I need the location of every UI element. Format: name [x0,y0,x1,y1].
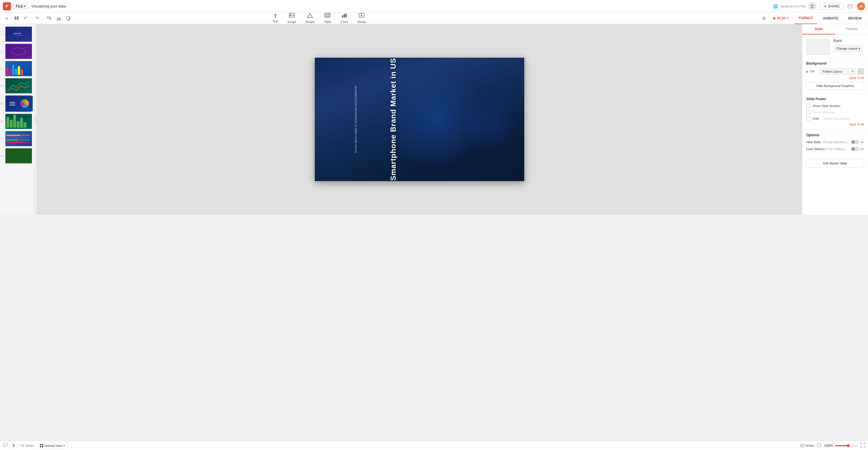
slide-thumb-3[interactable]: 3 [5,61,31,76]
slide-num-5: 5 [1,102,3,105]
svg-point-8 [57,19,59,20]
image-icon [289,13,295,20]
insert-table-label: Table [324,20,331,24]
add-slide-button[interactable]: ＋ [2,14,11,23]
slide-num-4: 4 [1,84,3,87]
insert-media-label: Media [357,20,366,24]
svg-rect-7 [48,17,50,18]
slides-panel-toggle[interactable] [12,14,21,23]
insert-text-button[interactable]: T Text [268,12,283,24]
shape-icon [307,13,313,20]
slide-num-2: 2 [1,50,3,53]
svg-marker-14 [307,13,312,18]
undo-button[interactable] [22,14,31,23]
slide-title: Smartphone Brand Market in US [389,58,398,181]
slide-thumb-2[interactable]: 2 [5,43,31,59]
insert-shape-button[interactable]: Shape [301,12,319,25]
slide-num-3: 3 [1,67,3,70]
slide-thumb-6[interactable]: 6 [5,114,31,129]
slide-thumb-8[interactable]: 8 [5,148,31,163]
cut-button[interactable] [54,14,63,23]
canvas-area: Smartphone Brand Market in US Survey abo… [37,24,434,215]
svg-marker-24 [361,14,363,17]
format-paint-button[interactable] [44,14,54,23]
panel-resize-handle[interactable] [34,24,37,215]
file-chevron-icon: ▾ [24,5,25,8]
slide-num-1: 1 [1,33,3,36]
svg-rect-20 [342,15,343,18]
insert-table-button[interactable]: Table [319,12,336,25]
insert-shape-label: Shape [305,20,314,24]
copy-button[interactable] [64,14,73,23]
svg-point-9 [59,19,61,20]
insert-image-label: Image [287,20,297,24]
slide-thumb-5[interactable]: 5 [5,95,31,112]
redo-button[interactable] [32,14,41,23]
svg-rect-6 [17,18,19,20]
svg-rect-4 [17,17,19,18]
document-title: Visualizing your data [31,4,434,8]
slide-subtitle: Survey about usage of smartphones and br… [354,86,357,153]
slide-num-7: 7 [1,137,3,140]
media-icon [359,13,364,20]
svg-rect-12 [289,13,294,17]
insert-chart-label: Chart [340,20,348,24]
slide-thumb-7[interactable]: 7 [5,131,31,146]
svg-rect-5 [14,18,17,20]
svg-rect-15 [325,13,330,17]
svg-rect-22 [345,13,347,18]
slide-thumb-4[interactable]: 4 [5,78,31,94]
slide-thumb-1[interactable]: 1 Every data has a story to tell... [5,26,31,42]
slide-canvas[interactable]: Smartphone Brand Market in US Survey abo… [315,58,434,181]
file-menu-button[interactable]: FILE ▾ [13,3,28,9]
slide-num-8: 8 [1,154,3,157]
logo-icon: P [5,4,8,9]
insert-text-label: Text [273,20,278,23]
insert-chart-button[interactable]: Chart [336,12,353,25]
logo-button[interactable]: P [3,2,11,10]
table-icon [324,13,330,20]
toolbar-divider-1 [42,14,43,22]
svg-rect-11 [67,17,69,20]
text-icon: T [274,14,277,19]
svg-rect-21 [344,14,345,18]
file-label: FILE [16,4,23,8]
slide-num-6: 6 [1,120,3,123]
slide-panel: 1 Every data has a story to tell... 2 3 [0,24,34,215]
insert-image-button[interactable]: Image [283,12,301,25]
chart-icon [341,13,347,20]
insert-media-button[interactable]: Media [353,12,370,25]
svg-rect-3 [14,17,17,18]
